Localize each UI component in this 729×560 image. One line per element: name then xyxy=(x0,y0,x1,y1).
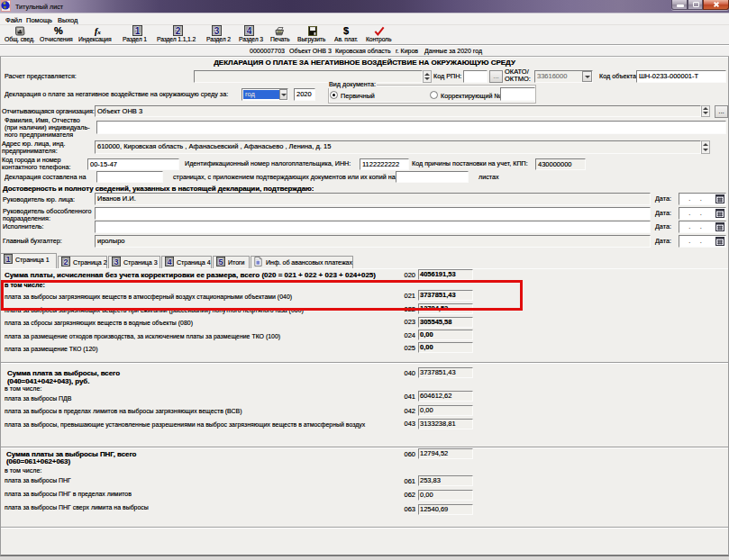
svg-text:2: 2 xyxy=(63,257,68,266)
svg-text:1: 1 xyxy=(5,255,10,264)
svg-text:1: 1 xyxy=(135,26,141,36)
svg-text:3: 3 xyxy=(114,257,118,266)
svg-text:5: 5 xyxy=(218,257,223,266)
svg-text:3: 3 xyxy=(214,26,220,36)
svg-text:4: 4 xyxy=(247,26,252,36)
svg-text:2: 2 xyxy=(176,26,181,36)
